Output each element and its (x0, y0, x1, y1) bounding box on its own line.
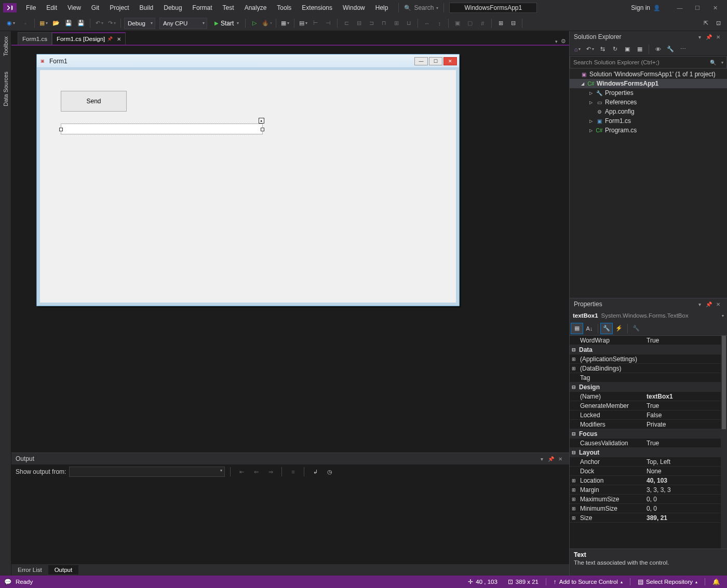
add-source-control-button[interactable]: ↑ Add to Source Control ▴ (550, 579, 626, 585)
sol-dropdown-icon[interactable]: ▾ (695, 34, 704, 40)
prop-row[interactable]: ⊞(ApplicationSettings) (570, 354, 727, 364)
sol-props-icon[interactable]: 🔧 (665, 44, 676, 55)
start-button[interactable]: Start (211, 18, 242, 29)
start-no-debug-button[interactable]: ▷ (249, 18, 260, 29)
save-button[interactable]: 💾 (63, 18, 74, 29)
output-body[interactable] (11, 479, 569, 564)
output-close-icon[interactable]: ✕ (556, 456, 565, 462)
sol-showall-icon[interactable]: ▦ (634, 44, 645, 55)
output-clear-icon[interactable]: ≡ (287, 466, 299, 477)
tab-settings-icon[interactable]: ⚙ (561, 38, 566, 45)
menu-extensions[interactable]: Extensions (297, 1, 338, 15)
share-icon[interactable]: ⇱ (700, 18, 711, 29)
props-close-icon[interactable]: ✕ (713, 302, 723, 307)
align-middle[interactable]: ⊞ (391, 18, 402, 29)
align-1[interactable]: ⊢ (310, 18, 321, 29)
tree-references[interactable]: ▷ ▭ References (570, 98, 727, 107)
prop-row[interactable]: AnchorTop, Left (570, 457, 727, 467)
output-wrap-icon[interactable]: ↲ (309, 466, 321, 477)
layout-button-1[interactable]: ▦ (279, 18, 291, 29)
prop-row[interactable]: ⊟Layout (570, 448, 727, 457)
output-dropdown-icon[interactable]: ▾ (537, 456, 546, 462)
align-bottom[interactable]: ⊔ (403, 18, 414, 29)
tree-project[interactable]: ◢ C# WindowsFormsApp1 (570, 79, 727, 88)
tree-appconfig[interactable]: ⚙ App.config (570, 107, 727, 116)
expander-icon[interactable]: ◢ (580, 81, 585, 86)
props-scrollbar[interactable] (721, 336, 727, 549)
spacing-v[interactable]: ↕ (434, 18, 445, 29)
prop-row[interactable]: ⊟Focus (570, 429, 727, 439)
tree-solution[interactable]: ▣ Solution 'WindowsFormsApp1' (1 of 1 pr… (570, 70, 727, 79)
align-left[interactable]: ⊏ (341, 18, 352, 29)
prop-row[interactable]: ⊟Data (570, 345, 727, 354)
form-window[interactable]: Form1 — ☐ ✕ Send ▸ (36, 54, 460, 306)
menu-build[interactable]: Build (134, 1, 159, 15)
nav-back-button[interactable]: ◉ (3, 18, 19, 29)
properties-icon[interactable]: 🔧 (600, 323, 613, 334)
doc-tab-form1-cs[interactable]: Form1.cs (18, 32, 52, 45)
property-pages-icon[interactable]: 🔧 (630, 323, 642, 334)
align-2[interactable]: ⊣ (322, 18, 334, 29)
designer-surface[interactable]: Form1 — ☐ ✕ Send ▸ (11, 46, 569, 453)
close-button[interactable]: ✕ (706, 3, 724, 13)
prop-row[interactable]: WordWrapTrue (570, 336, 727, 345)
prop-row[interactable]: ⊟Design (570, 382, 727, 392)
expander-icon[interactable]: ▷ (588, 128, 594, 133)
sol-collapse-icon[interactable]: ▣ (622, 44, 633, 55)
align-center-h[interactable]: ⊟ (353, 18, 365, 29)
prop-row[interactable]: ⊞MaximumSize0, 0 (570, 495, 727, 504)
categorized-icon[interactable]: ▦ (571, 323, 583, 334)
expander-icon[interactable]: ▷ (588, 91, 594, 95)
output-clock-icon[interactable]: ◷ (324, 466, 335, 477)
prop-row[interactable]: ⊞Location40, 103 (570, 476, 727, 485)
send-back[interactable]: ▢ (464, 18, 476, 29)
menu-format[interactable]: Format (187, 1, 218, 15)
sol-refresh-icon[interactable]: ↻ (609, 44, 621, 55)
output-source-combo[interactable] (69, 467, 225, 477)
menu-debug[interactable]: Debug (158, 1, 187, 15)
events-icon[interactable]: ⚡ (613, 323, 625, 334)
doc-tab-form1-design[interactable]: Form1.cs [Design] 📌 ✕ (52, 32, 126, 45)
menu-edit[interactable]: Edit (41, 1, 62, 15)
sol-view-icon[interactable]: ⋯ (677, 44, 689, 55)
spacing-h[interactable]: ↔ (421, 18, 433, 29)
active-files-dropdown-icon[interactable]: ▾ (555, 39, 558, 44)
sign-in-button[interactable]: Sign in (631, 4, 661, 11)
prop-row[interactable]: CausesValidationTrue (570, 439, 727, 448)
alphabetical-icon[interactable]: A↓ (583, 323, 596, 334)
prop-row[interactable]: ModifiersPrivate (570, 420, 727, 429)
output-prev-icon[interactable]: ⇐ (250, 466, 262, 477)
menu-window[interactable]: Window (338, 1, 370, 15)
prop-row[interactable]: ⊞MinimumSize0, 0 (570, 504, 727, 513)
search-box[interactable]: Search ▾ (404, 4, 438, 11)
tab-order[interactable]: # (477, 18, 488, 29)
props-grid[interactable]: WordWrapTrue⊟Data⊞(ApplicationSettings)⊞… (570, 336, 727, 549)
tree-properties[interactable]: ▷ 🔧 Properties (570, 88, 727, 98)
menu-project[interactable]: Project (104, 1, 134, 15)
undo-button[interactable]: ↶ (93, 18, 105, 29)
sol-search[interactable]: Search Solution Explorer (Ctrl+;) 🔍 ▾ (570, 56, 727, 69)
send-button-control[interactable]: Send (61, 91, 127, 112)
form-client-area[interactable]: Send ▸ (40, 70, 456, 303)
output-find-icon[interactable]: ⇤ (236, 466, 247, 477)
hot-reload-button[interactable]: 🔥 (261, 18, 273, 29)
nav-fwd-button[interactable]: ◦ (20, 18, 31, 29)
open-button[interactable]: 📂 (50, 18, 62, 29)
tree-form1[interactable]: ▷ ▣ Form1.cs (570, 116, 727, 126)
select-repo-button[interactable]: ▤ Select Repository ▴ (635, 578, 701, 585)
maximize-button[interactable]: ☐ (689, 3, 706, 13)
menu-view[interactable]: View (62, 1, 86, 15)
pin-icon[interactable]: 📌 (107, 36, 113, 42)
config-combo[interactable]: Debug (124, 18, 155, 29)
minimize-button[interactable]: — (671, 3, 689, 13)
menu-tools[interactable]: Tools (272, 1, 297, 15)
sol-pin-icon[interactable]: 📌 (704, 34, 713, 40)
menu-analyze[interactable]: Analyze (239, 1, 272, 15)
tree-program[interactable]: ▷ C# Program.cs (570, 126, 727, 135)
center-h[interactable]: ⊞ (495, 18, 506, 29)
sol-home-icon[interactable]: ⌂ (572, 44, 583, 55)
menu-help[interactable]: Help (370, 1, 394, 15)
center-v[interactable]: ⊟ (507, 18, 519, 29)
menu-file[interactable]: File (21, 1, 41, 15)
prop-row[interactable]: ⊞(DataBindings) (570, 364, 727, 373)
